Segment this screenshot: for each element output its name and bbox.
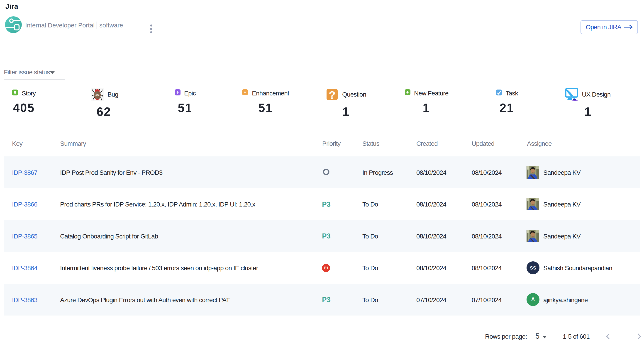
svg-text:?: ? [329,89,336,100]
svg-text:</>: </> [95,93,100,97]
svg-text:P1: P1 [324,266,328,270]
